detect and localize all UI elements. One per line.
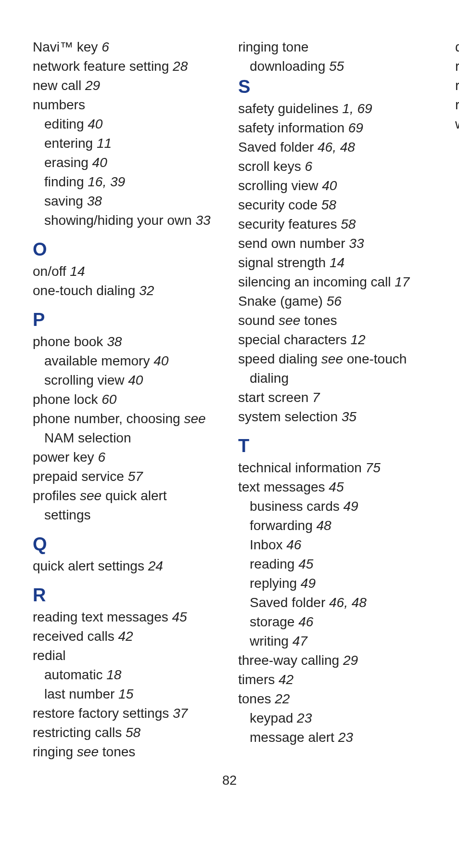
index-entry: system selection 35 [238, 407, 427, 427]
index-pages: 11 [93, 136, 112, 151]
index-term: scrolling view [238, 178, 319, 193]
index-term: finding [44, 174, 84, 189]
index-term: network feature setting [33, 59, 169, 74]
index-term: redial [33, 648, 65, 663]
index-entry: technical information 75 [238, 458, 427, 478]
index-entry: showing/hiding your own 33 [33, 211, 222, 230]
index-term: phone number, choosing [33, 411, 184, 426]
index-pages: 6 [94, 450, 105, 465]
index-term: Saved folder [250, 595, 325, 610]
index-pages: 57 [124, 469, 143, 484]
index-entry: quick alert settings 24 [444, 38, 459, 57]
index-pages: 37 [169, 706, 188, 721]
index-pages: 40 [89, 155, 107, 170]
index-entry: phone book 38 [33, 332, 222, 351]
index-term: new call [33, 78, 81, 93]
index-entry: Inbox 46 [238, 535, 427, 555]
index-see: see [279, 313, 300, 328]
index-pages: 1, 69 [339, 101, 372, 116]
index-see-target: one-touch [343, 351, 407, 366]
index-pages: 24 [144, 558, 163, 573]
index-term: entering [44, 136, 93, 151]
index-entry: reading text messages 45 [33, 608, 222, 627]
index-term: reading [250, 557, 294, 571]
index-entry: settings [33, 505, 222, 525]
index-term: timers [238, 672, 275, 687]
index-see-target: tones [99, 744, 135, 759]
index-entry: new call 29 [33, 76, 222, 95]
index-term: Navi™ key [33, 39, 98, 54]
index-entry: business cards 49 [238, 497, 427, 516]
index-entry: available memory 40 [33, 351, 222, 371]
index-entry: speed dialing see one-touch [238, 350, 427, 369]
index-entry: Saved folder 46, 48 [238, 593, 427, 612]
index-term: downloading [250, 59, 325, 74]
index-term: safety information [238, 120, 344, 135]
index-entry: received calls 42 [33, 627, 222, 646]
index-term: available memory [44, 353, 150, 368]
index-term: dialing [250, 371, 289, 386]
index-pages: 32 [135, 283, 154, 298]
index-entry: send own number 33 [238, 234, 427, 253]
index-pages: 46, 48 [325, 595, 367, 610]
index-term: restricting calls [33, 725, 122, 740]
index-term: ringing volume [455, 97, 459, 112]
index-term: ringing option [455, 59, 459, 74]
index-see: see [321, 351, 343, 366]
index-term: special characters [238, 332, 347, 347]
index-entry: ringing volume 23 [444, 95, 459, 115]
index-see: see [184, 411, 205, 426]
index-pages: 40 [319, 178, 337, 193]
index-term: prepaid service [33, 469, 124, 484]
index-term: warning and game [455, 117, 459, 131]
index-term: last number [44, 687, 115, 701]
index-entry: forwarding 48 [238, 516, 427, 535]
index-entry: downloading 55 [238, 57, 427, 76]
index-term: scroll keys [238, 159, 301, 174]
index-pages: 40 [84, 117, 103, 131]
index-entry: text messages 45 [238, 478, 427, 497]
index-term: forwarding [250, 518, 313, 533]
index-term: editing [44, 117, 84, 131]
index-entry: sound see tones [238, 311, 427, 330]
index-entry: finding 16, 39 [33, 172, 222, 192]
index-term: security features [238, 217, 337, 232]
index-entry: editing 40 [33, 115, 222, 134]
index-pages: 46, 48 [314, 140, 355, 155]
index-entry: NAM selection [33, 428, 222, 448]
index-entry: safety information 69 [238, 118, 427, 138]
index-term: reading text messages [33, 609, 168, 624]
index-pages: 55 [325, 59, 344, 74]
index-term: replying [250, 576, 297, 591]
index-term: phone lock [33, 392, 98, 407]
index-heading-p: P [33, 300, 222, 332]
index-pages: 46 [283, 537, 302, 552]
index-pages: 6 [301, 159, 312, 174]
index-term: technical information [238, 460, 362, 475]
page-number: 82 [0, 773, 459, 788]
index-term: showing/hiding your own [44, 213, 192, 228]
index-term: text messages [238, 479, 325, 494]
index-entry: scrolling view 40 [238, 176, 427, 195]
index-entry: redial [33, 646, 222, 665]
index-pages: 33 [345, 236, 364, 251]
index-entry: signal strength 14 [238, 253, 427, 272]
index-entry: last number 15 [33, 685, 222, 704]
index-page: Navi™ key 6network feature setting 28new… [33, 38, 427, 763]
index-entry: special characters 12 [238, 330, 427, 350]
index-term: silencing an incoming call [238, 274, 391, 289]
index-entry: warning and game 23 [444, 115, 459, 134]
index-term: signal strength [238, 255, 326, 270]
index-term: numbers [33, 97, 85, 112]
index-pages: 47 [289, 634, 307, 648]
index-entry: message alert 23 [238, 728, 427, 747]
index-term: send own number [238, 236, 345, 251]
index-entry: automatic 18 [33, 665, 222, 685]
index-pages: 16, 39 [84, 174, 126, 189]
index-term: Saved folder [238, 140, 314, 155]
index-entry: start screen 7 [238, 388, 427, 407]
index-entry: one-touch dialing 32 [33, 281, 222, 300]
index-entry: tones 22 [238, 689, 427, 709]
index-term: start screen [238, 390, 308, 405]
index-heading-r: R [33, 576, 222, 608]
